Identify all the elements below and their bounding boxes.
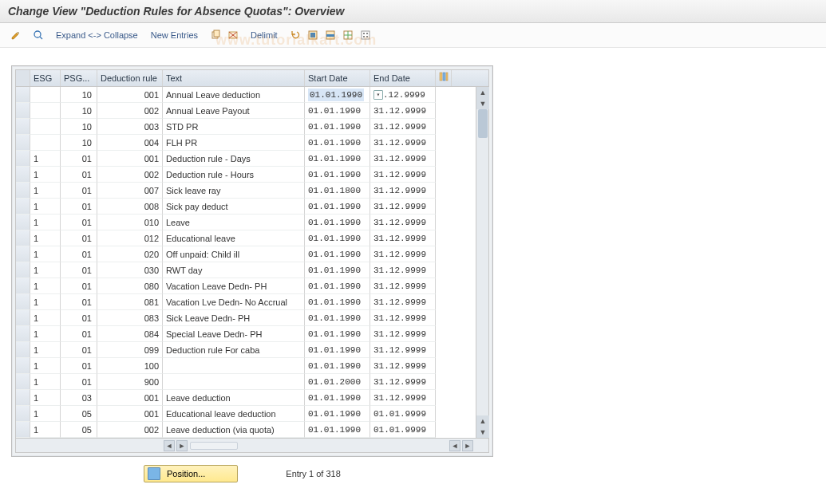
cell-end-date[interactable]: 31.12.9999 bbox=[370, 390, 436, 406]
row-selector[interactable] bbox=[16, 262, 30, 278]
cell-psg[interactable]: 10 bbox=[61, 87, 97, 103]
cell-esg[interactable] bbox=[30, 135, 61, 151]
cell-end-date[interactable]: 31.12.9999 bbox=[370, 262, 436, 278]
row-selector[interactable] bbox=[16, 294, 30, 310]
row-selector[interactable] bbox=[16, 390, 30, 406]
hscroll-right2-icon[interactable]: ► bbox=[462, 440, 473, 451]
cell-text[interactable]: Educational leave deduction bbox=[163, 406, 305, 422]
row-selector[interactable] bbox=[16, 103, 30, 119]
cell-end-date[interactable]: 31.12.9999 bbox=[370, 215, 436, 230]
cell-esg[interactable]: 1 bbox=[30, 246, 61, 262]
cell-psg[interactable]: 01 bbox=[61, 167, 97, 183]
cell-esg[interactable] bbox=[30, 103, 61, 119]
cell-psg[interactable]: 01 bbox=[61, 246, 97, 262]
cell-text[interactable]: Deduction rule For caba bbox=[163, 342, 305, 358]
scroll-page-up-icon[interactable]: ▲ bbox=[476, 415, 489, 427]
cell-esg[interactable]: 1 bbox=[30, 199, 61, 215]
cell-start-date[interactable]: 01.01.1990 bbox=[305, 167, 370, 183]
cell-start-date[interactable]: 01.01.1990 bbox=[305, 278, 370, 294]
hscroll-right-icon[interactable]: ► bbox=[176, 440, 188, 451]
cell-end-date[interactable]: 31.12.9999 bbox=[370, 230, 436, 246]
cell-psg[interactable]: 01 bbox=[61, 374, 97, 390]
toggle-display-change-icon[interactable] bbox=[8, 28, 24, 42]
cell-psg[interactable]: 01 bbox=[61, 310, 97, 326]
copy-as-icon[interactable] bbox=[207, 28, 223, 42]
cell-psg[interactable]: 01 bbox=[61, 278, 97, 294]
scroll-line-up-icon[interactable]: ▲ bbox=[476, 87, 489, 98]
cell-text[interactable]: FLH PR bbox=[163, 135, 305, 151]
cell-start-date[interactable]: 01.01.2000 bbox=[305, 374, 370, 390]
row-selector[interactable] bbox=[16, 199, 30, 215]
cell-rule[interactable]: 001 bbox=[97, 406, 163, 422]
cell-end-date[interactable]: 31.12.9999 bbox=[370, 103, 436, 119]
cell-psg[interactable]: 10 bbox=[61, 103, 97, 119]
cell-esg[interactable]: 1 bbox=[30, 215, 61, 230]
cell-start-date[interactable]: 01.01.1990 bbox=[305, 422, 370, 438]
f4-help-icon[interactable]: ▾ bbox=[373, 90, 383, 100]
hscroll-left-icon[interactable]: ◄ bbox=[164, 440, 175, 451]
cell-text[interactable]: Leave bbox=[163, 215, 305, 230]
row-selector[interactable] bbox=[16, 215, 30, 230]
scroll-page-down-icon[interactable]: ▼ bbox=[476, 427, 489, 438]
cell-end-date[interactable]: 31.12.9999 bbox=[370, 167, 436, 183]
cell-text[interactable]: STD PR bbox=[163, 119, 305, 135]
cell-rule[interactable]: 030 bbox=[97, 262, 163, 278]
cell-esg[interactable]: 1 bbox=[30, 151, 61, 167]
row-selector[interactable] bbox=[16, 87, 30, 103]
col-header-psg[interactable]: PSG... bbox=[61, 70, 97, 86]
row-selector[interactable] bbox=[16, 406, 30, 422]
cell-esg[interactable]: 1 bbox=[30, 167, 61, 183]
row-selector[interactable] bbox=[16, 119, 30, 135]
cell-start-date[interactable]: 01.01.1990 bbox=[305, 119, 370, 135]
cell-psg[interactable]: 03 bbox=[61, 390, 97, 406]
delimit-button[interactable]: Delimit bbox=[247, 28, 281, 42]
cell-esg[interactable]: 1 bbox=[30, 294, 61, 310]
undo-change-icon[interactable] bbox=[287, 28, 303, 42]
cell-start-date[interactable]: 01.01.1990 bbox=[305, 151, 370, 167]
cell-text[interactable]: Leave deduction bbox=[163, 390, 305, 406]
row-selector[interactable] bbox=[16, 246, 30, 262]
cell-start-date[interactable]: 01.01.1800 bbox=[305, 183, 370, 199]
cell-end-date[interactable]: 31.12.9999 bbox=[370, 246, 436, 262]
cell-end-date[interactable]: 31.12.9999 bbox=[370, 183, 436, 199]
cell-esg[interactable]: 1 bbox=[30, 278, 61, 294]
delete-icon[interactable] bbox=[225, 28, 241, 42]
cell-text[interactable]: Vacation Lve Dedn- No Accrual bbox=[163, 294, 305, 310]
cell-rule[interactable]: 001 bbox=[97, 390, 163, 406]
col-header-end[interactable]: End Date bbox=[370, 70, 436, 86]
cell-rule[interactable]: 002 bbox=[97, 103, 163, 119]
cell-esg[interactable]: 1 bbox=[30, 358, 61, 374]
cell-text[interactable] bbox=[163, 358, 305, 374]
cell-start-date[interactable]: 01.01.1990 bbox=[305, 135, 370, 151]
cell-text[interactable]: Sick Leave Dedn- PH bbox=[163, 310, 305, 326]
row-selector[interactable] bbox=[16, 167, 30, 183]
deselect-all-icon[interactable] bbox=[340, 28, 356, 42]
cell-end-date[interactable]: 31.12.9999 bbox=[370, 342, 436, 358]
row-selector[interactable] bbox=[16, 422, 30, 438]
cell-end-date[interactable]: 31.12.9999 bbox=[370, 374, 436, 390]
cell-start-date[interactable]: 01.01.1990 bbox=[305, 215, 370, 230]
row-selector-header[interactable] bbox=[16, 70, 30, 86]
cell-psg[interactable]: 01 bbox=[61, 199, 97, 215]
cell-text[interactable]: Annual Leave deduction bbox=[163, 87, 305, 103]
cell-esg[interactable]: 1 bbox=[30, 230, 61, 246]
row-selector[interactable] bbox=[16, 326, 30, 342]
row-selector[interactable] bbox=[16, 135, 30, 151]
cell-start-date[interactable]: 01.01.1990 bbox=[305, 358, 370, 374]
select-all-icon[interactable] bbox=[305, 28, 321, 42]
col-header-start[interactable]: Start Date bbox=[305, 70, 370, 86]
cell-psg[interactable]: 01 bbox=[61, 230, 97, 246]
cell-text[interactable]: Vacation Leave Dedn- PH bbox=[163, 278, 305, 294]
configuration-icon[interactable] bbox=[358, 28, 373, 42]
cell-rule[interactable]: 020 bbox=[97, 246, 163, 262]
cell-start-date[interactable]: 01.01.1990 bbox=[305, 310, 370, 326]
cell-text[interactable] bbox=[163, 374, 305, 390]
cell-psg[interactable]: 05 bbox=[61, 406, 97, 422]
horizontal-scrollbar[interactable]: ◄ ► ◄ ► bbox=[163, 439, 488, 452]
cell-psg[interactable]: 10 bbox=[61, 119, 97, 135]
table-settings-button[interactable] bbox=[436, 70, 452, 86]
hscroll-left2-icon[interactable]: ◄ bbox=[449, 440, 460, 451]
cell-rule[interactable]: 008 bbox=[97, 199, 163, 215]
row-selector[interactable] bbox=[16, 151, 30, 167]
cell-start-date[interactable]: 01.01.1990 bbox=[305, 199, 370, 215]
